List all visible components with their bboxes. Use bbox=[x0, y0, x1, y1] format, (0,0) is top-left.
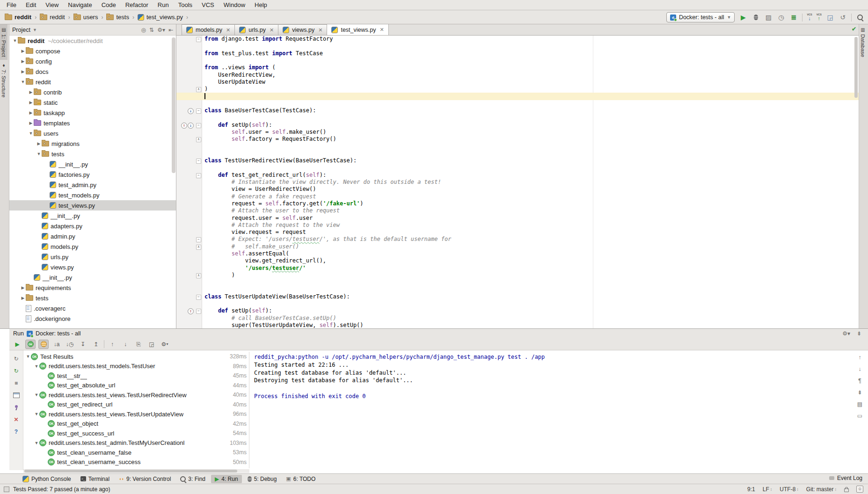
tree-expanded-arrow[interactable]: ▼ bbox=[34, 392, 39, 397]
editor-code-line[interactable] bbox=[176, 100, 859, 107]
toolwindow-button-python-console[interactable]: Python Console bbox=[19, 475, 75, 483]
help-button[interactable]: ? bbox=[13, 428, 20, 436]
tree-collapsed-arrow[interactable]: ▶ bbox=[28, 110, 34, 115]
editor-code-line[interactable]: # Attach the request to the view bbox=[176, 222, 859, 229]
editor-code-line[interactable]: −from django.test import RequestFactory bbox=[176, 36, 859, 43]
highlighting-level-icon[interactable]: ☺ bbox=[856, 486, 863, 493]
editor-code-line[interactable]: UserRedirectView, bbox=[176, 72, 859, 79]
editor-code-line[interactable]: ↓−class BaseUserTestCase(TestCase): bbox=[176, 107, 859, 114]
profiler-button[interactable]: ◷ bbox=[777, 13, 785, 22]
tree-expanded-arrow[interactable]: ▼ bbox=[34, 441, 39, 445]
editor-code-line[interactable]: request = self.factory.get('/fake-url') bbox=[176, 200, 859, 207]
vcs-branch-indicator[interactable]: Git: master↕ bbox=[806, 486, 837, 493]
tree-expanded-arrow[interactable]: ▼ bbox=[34, 412, 39, 416]
tree-collapsed-arrow[interactable]: ▶ bbox=[20, 69, 26, 74]
rerun-button[interactable]: ↻ bbox=[13, 355, 20, 363]
editor-code-line[interactable]: ∧ ) bbox=[176, 272, 859, 279]
project-tree-scrollbar[interactable] bbox=[172, 37, 175, 173]
close-tab-icon[interactable]: ✕ bbox=[379, 27, 384, 33]
toolwindow-button-4-run[interactable]: ▶4: Run bbox=[211, 475, 242, 483]
run-console[interactable]: reddit_pycha:python -u /opt/.pycharm_hel… bbox=[254, 353, 848, 470]
editor-code-line[interactable]: ∧) bbox=[176, 86, 859, 93]
test-tree-row[interactable]: ▼OKTest Results328ms bbox=[23, 352, 249, 362]
project-tree-row[interactable]: ▶config bbox=[9, 56, 176, 66]
fold-collapse-icon[interactable]: − bbox=[196, 37, 201, 42]
scroll-to-end-button[interactable]: ⇟ bbox=[857, 389, 862, 396]
code-editor[interactable]: −from django.test import RequestFactoryf… bbox=[176, 36, 859, 328]
editor-scrollbar[interactable] bbox=[854, 37, 858, 98]
menu-item-vcs[interactable]: VCS bbox=[197, 0, 219, 9]
project-tree-row[interactable]: admin.py bbox=[9, 231, 176, 241]
test-tree-row[interactable]: OKtest_clean_username_success50ms bbox=[23, 458, 249, 467]
soft-wrap-button[interactable]: ¶ bbox=[858, 378, 861, 384]
override-up-gutter-icon[interactable]: ↑ bbox=[188, 308, 194, 314]
fold-collapse-icon[interactable]: − bbox=[196, 173, 201, 178]
project-tree-row[interactable]: __init__.py bbox=[9, 159, 176, 169]
tree-expanded-arrow[interactable]: ▼ bbox=[34, 364, 39, 369]
stripe-tab-database[interactable]: ▥Database bbox=[859, 24, 867, 60]
test-history-button[interactable]: ◲ bbox=[146, 340, 157, 349]
project-tree-row[interactable]: ▼users bbox=[9, 128, 176, 138]
toolwindow-button-9-version-control[interactable]: ◖◗9: Version Control bbox=[115, 475, 175, 483]
test-tree-row[interactable]: OKtest_get_absolute_url44ms bbox=[23, 381, 249, 391]
overridden-down-gutter-icon[interactable]: ↓ bbox=[188, 108, 194, 114]
lock-icon[interactable] bbox=[844, 488, 849, 492]
expand-all-button[interactable]: ↧ bbox=[78, 340, 88, 349]
project-tree-row[interactable]: adapters.py bbox=[9, 221, 176, 231]
test-tree-horizontal-scrollbar[interactable] bbox=[23, 469, 249, 473]
toolwindow-toggle-icon[interactable] bbox=[4, 487, 9, 492]
editor-code-line[interactable]: from ..views import ( bbox=[176, 64, 859, 71]
editor-code-line[interactable]: view = UserRedirectView() bbox=[176, 186, 859, 193]
show-passed-toggle[interactable]: OK bbox=[25, 340, 36, 349]
editor-code-line[interactable]: self.assertEqual( bbox=[176, 250, 859, 257]
project-tree-row[interactable]: test_models.py bbox=[9, 190, 176, 200]
menu-item-help[interactable]: Help bbox=[250, 0, 272, 9]
editor-code-line[interactable]: # Attach the user to the request bbox=[176, 207, 859, 214]
chevron-down-icon[interactable]: ▼ bbox=[33, 28, 37, 32]
project-tree-row[interactable]: ▼reddit bbox=[9, 77, 176, 87]
toolwindow-button-3-find[interactable]: 3: Find bbox=[176, 475, 209, 483]
editor-code-line[interactable]: −class TestUserRedirectView(BaseUserTest… bbox=[176, 157, 859, 164]
rerun-failed-tests-button[interactable]: ↻ bbox=[13, 367, 20, 375]
project-tree-row[interactable]: __init__.py bbox=[9, 211, 176, 221]
editor-code-line[interactable]: from test_plus.test import TestCase bbox=[176, 50, 859, 57]
hide-panel-button[interactable]: ⇟ bbox=[857, 330, 861, 337]
editor-code-line[interactable] bbox=[176, 300, 859, 307]
project-tree-row[interactable]: ▶docs bbox=[9, 66, 176, 77]
menu-item-navigate[interactable]: Navigate bbox=[63, 0, 96, 9]
project-tree-row[interactable]: ▶tests bbox=[9, 293, 176, 303]
project-tree-row[interactable]: ▶requirements bbox=[9, 283, 176, 293]
toolwindow-button-6-todo[interactable]: ▣6: TODO bbox=[282, 475, 319, 483]
collapse-all-button[interactable]: ↥ bbox=[91, 340, 101, 349]
editor-tab-models-py[interactable]: models.py✕ bbox=[182, 24, 235, 35]
tree-collapsed-arrow[interactable]: ▶ bbox=[28, 121, 34, 125]
vcs-update-button[interactable]: VCS↓ bbox=[807, 14, 812, 21]
fold-collapse-icon[interactable]: − bbox=[196, 237, 201, 242]
menu-item-run[interactable]: Run bbox=[153, 0, 174, 9]
project-tree-row[interactable]: ▶contrib bbox=[9, 87, 176, 97]
debug-button[interactable] bbox=[751, 13, 760, 22]
menu-item-file[interactable]: File bbox=[2, 0, 21, 9]
project-tree-row[interactable]: __init__.py bbox=[9, 272, 176, 283]
editor-code-line[interactable]: ∧ self.factory = RequestFactory() bbox=[176, 136, 859, 143]
stripe-tab-7-structure[interactable]: ♦7: Structure bbox=[0, 60, 7, 100]
gear-icon[interactable]: ⚙▾ bbox=[842, 330, 850, 337]
tree-collapsed-arrow[interactable]: ▶ bbox=[20, 296, 26, 300]
breadcrumb-item[interactable]: reddit bbox=[40, 14, 65, 21]
project-tree-row[interactable]: models.py bbox=[9, 241, 176, 252]
sort-by-duration-button[interactable]: ↓◷ bbox=[65, 340, 75, 349]
test-tree-row[interactable]: ▼OKreddit.users.tests.test_views.TestUse… bbox=[23, 409, 249, 419]
locate-file-button[interactable]: ◎ bbox=[141, 27, 146, 33]
search-everywhere-button[interactable] bbox=[856, 13, 864, 22]
fold-collapse-icon[interactable]: − bbox=[196, 123, 201, 128]
hide-panel-button[interactable]: ⇤ bbox=[168, 27, 173, 33]
project-tree-row[interactable]: ▶compose bbox=[9, 46, 176, 56]
tree-expanded-arrow[interactable]: ▼ bbox=[28, 131, 34, 136]
close-tab-icon[interactable]: ✕ bbox=[226, 27, 230, 33]
menu-item-refactor[interactable]: Refactor bbox=[121, 0, 153, 9]
test-tree-row[interactable]: OKtest_clean_username_false53ms bbox=[23, 448, 249, 458]
run-dashboard-button[interactable]: ≣ bbox=[789, 13, 798, 22]
gear-icon[interactable]: ⚙▾ bbox=[160, 340, 170, 349]
gear-icon[interactable]: ⚙▾ bbox=[157, 27, 165, 33]
test-tree-row[interactable]: OKtest_get_object42ms bbox=[23, 419, 249, 429]
